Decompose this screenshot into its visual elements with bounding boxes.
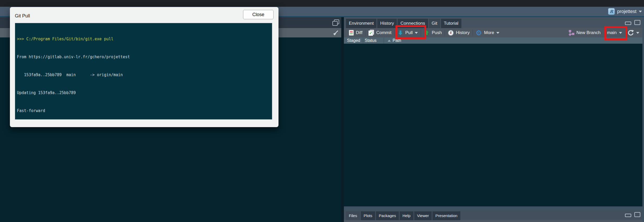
history-button[interactable]: History xyxy=(445,28,473,37)
restore-panes-icon[interactable] xyxy=(332,19,339,26)
chevron-down-icon xyxy=(639,11,642,12)
column-divider xyxy=(384,37,384,44)
r-project-icon: R xyxy=(608,8,615,15)
console-line: Fast-forward xyxy=(17,108,272,114)
lower-tab-row: Files Plots Packages Help Viewer Present… xyxy=(344,210,642,220)
more-label: More xyxy=(484,30,494,35)
branch-selector[interactable]: main xyxy=(603,28,626,37)
environment-git-pane: Environment History Connections Git Tuto… xyxy=(344,17,642,222)
commit-check-icon xyxy=(368,30,374,36)
diff-icon xyxy=(349,30,354,36)
maximize-panel-icon[interactable] xyxy=(634,212,640,217)
project-name-label: projettest xyxy=(617,9,636,14)
console-line: Updating 153fa9a..25bb789 xyxy=(17,90,272,96)
chevron-down-icon xyxy=(619,32,622,34)
pull-down-arrow-icon xyxy=(398,30,403,36)
git-toolbar: Diff Commit Pull Push History xyxy=(344,28,642,37)
tab-viewer[interactable]: Viewer xyxy=(414,211,432,220)
push-button[interactable]: Push xyxy=(421,28,445,37)
chevron-down-icon xyxy=(496,32,499,34)
pull-button[interactable]: Pull xyxy=(395,28,421,37)
tab-help[interactable]: Help xyxy=(400,211,413,220)
refresh-button[interactable] xyxy=(626,28,640,37)
column-header-staged[interactable]: Staged xyxy=(344,38,363,43)
panel-divider[interactable] xyxy=(344,206,642,210)
git-file-list[interactable] xyxy=(344,44,642,206)
tab-tutorial[interactable]: Tutorial xyxy=(441,19,461,28)
tab-environment[interactable]: Environment xyxy=(346,19,376,28)
push-label: Push xyxy=(432,30,442,35)
panel-window-buttons xyxy=(625,212,640,217)
gear-icon: ⚙ xyxy=(476,29,482,36)
commit-label: Commit xyxy=(376,30,392,35)
tab-history[interactable]: History xyxy=(377,19,397,28)
git-branch-icon xyxy=(568,30,574,36)
tab-presentation[interactable]: Presentation xyxy=(432,211,460,220)
git-output-console: >>> C:/Program Files/Git/bin/git.exe pul… xyxy=(15,23,272,120)
chevron-down-icon xyxy=(415,32,418,34)
diff-label: Diff xyxy=(356,30,362,35)
upper-tab-row: Environment History Connections Git Tuto… xyxy=(344,17,642,28)
clock-icon xyxy=(448,30,454,36)
more-button[interactable]: ⚙ More xyxy=(473,28,502,37)
git-pull-dialog: Git Pull Close >>> C:/Program Files/Git/… xyxy=(10,7,278,127)
close-button[interactable]: Close xyxy=(243,10,274,19)
dialog-title: Git Pull xyxy=(15,13,30,19)
history-label: History xyxy=(456,30,470,35)
refresh-icon xyxy=(627,29,634,36)
window-right-border xyxy=(642,17,644,222)
minimize-panel-icon[interactable] xyxy=(625,214,631,217)
column-header-path[interactable]: Path xyxy=(393,38,401,43)
console-line: 153fa9a..25bb789 main -> origin/main xyxy=(17,72,272,78)
panel-window-buttons xyxy=(625,20,640,25)
tab-files[interactable]: Files xyxy=(346,211,360,220)
tab-connections[interactable]: Connections xyxy=(398,19,428,28)
minimize-panel-icon[interactable] xyxy=(625,22,631,25)
console-line: >>> C:/Program Files/Git/bin/git.exe pul… xyxy=(17,36,272,42)
project-selector-button[interactable]: R projettest xyxy=(608,7,642,16)
tab-packages[interactable]: Packages xyxy=(376,211,399,220)
column-header-status[interactable]: Status xyxy=(363,38,384,43)
files-panel-toolbar xyxy=(344,220,642,222)
git-file-list-header: Staged Status Path xyxy=(344,37,642,44)
clear-console-broom-icon[interactable] xyxy=(332,30,339,36)
window-title-bar xyxy=(0,0,644,7)
console-line: From https://gitlab.univ-lr.fr/gchero/pr… xyxy=(17,54,272,60)
current-branch-label: main xyxy=(607,30,617,35)
chevron-down-icon xyxy=(636,32,639,34)
diff-button[interactable]: Diff xyxy=(346,28,365,37)
push-up-arrow-icon xyxy=(424,30,430,36)
sort-ascending-icon xyxy=(388,40,391,42)
tab-git[interactable]: Git xyxy=(429,19,440,28)
tab-plots[interactable]: Plots xyxy=(361,211,375,220)
commit-button[interactable]: Commit xyxy=(366,28,394,37)
maximize-panel-icon[interactable] xyxy=(634,20,640,25)
pane-divider[interactable] xyxy=(341,17,344,222)
new-branch-label: New Branch xyxy=(577,30,601,35)
pull-label: Pull xyxy=(405,30,413,35)
new-branch-button[interactable]: New Branch xyxy=(565,28,604,37)
